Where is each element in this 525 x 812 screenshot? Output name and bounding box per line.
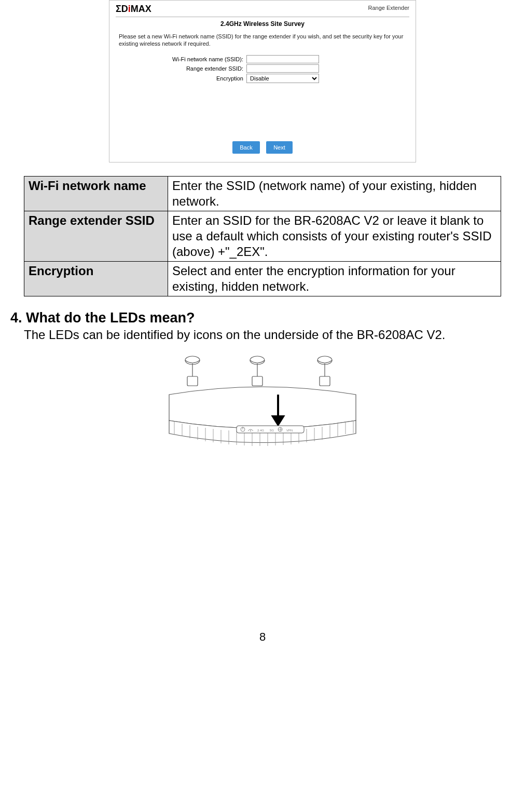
- led-label-5g: 5G: [270, 429, 274, 432]
- section-text: The LEDs can be identified by icons on t…: [24, 327, 504, 343]
- extender-ssid-input[interactable]: [246, 64, 319, 73]
- divider: [116, 17, 409, 17]
- mode-label: Range Extender: [368, 4, 410, 11]
- encryption-select[interactable]: Disable: [246, 74, 319, 83]
- led-label-vpn: VPN: [286, 429, 293, 432]
- config-screenshot: ΣDiMAX Range Extender 2.4GHz Wireless Si…: [109, 0, 416, 163]
- panel-title: 2.4GHz Wireless Site Survey: [109, 20, 416, 28]
- led-label-24g: 2.4G: [257, 429, 264, 432]
- ssid-input[interactable]: [246, 55, 319, 63]
- table-row: Wi-Fi network name Enter the SSID (netwo…: [24, 176, 501, 211]
- panel-instruction: Please set a new Wi-Fi network name (SSI…: [109, 33, 416, 48]
- extender-ssid-label: Range extender SSID:: [119, 65, 246, 72]
- svg-point-38: [250, 430, 251, 431]
- table-body: Enter the SSID (network name) of your ex…: [168, 176, 501, 211]
- svg-rect-5: [252, 376, 262, 386]
- svg-rect-8: [320, 376, 330, 386]
- brand-logo: ΣDiMAX: [116, 4, 151, 15]
- next-button[interactable]: Next: [266, 141, 293, 154]
- table-row: Encryption Select and enter the encrypti…: [24, 261, 501, 296]
- page-number: 8: [0, 630, 525, 644]
- logo-prefix: ΣD: [116, 4, 128, 14]
- svg-rect-2: [187, 376, 198, 386]
- ssid-label: Wi-Fi network name (SSID):: [119, 56, 246, 62]
- back-button[interactable]: Back: [232, 141, 259, 154]
- table-body: Enter an SSID for the BR-6208AC V2 or le…: [168, 211, 501, 261]
- table-head: Wi-Fi network name: [24, 176, 168, 211]
- table-row: Range extender SSID Enter an SSID for th…: [24, 211, 501, 261]
- field-description-table: Wi-Fi network name Enter the SSID (netwo…: [24, 176, 501, 296]
- table-body: Select and enter the encryption informat…: [168, 261, 501, 296]
- encryption-label: Encryption: [119, 75, 246, 82]
- logo-suffix: MAX: [131, 4, 151, 14]
- section-heading: 4. What do the LEDs mean?: [10, 310, 525, 326]
- device-illustration: 2.4G 5G VPN: [154, 348, 371, 526]
- table-head: Range extender SSID: [24, 211, 168, 261]
- table-head: Encryption: [24, 261, 168, 296]
